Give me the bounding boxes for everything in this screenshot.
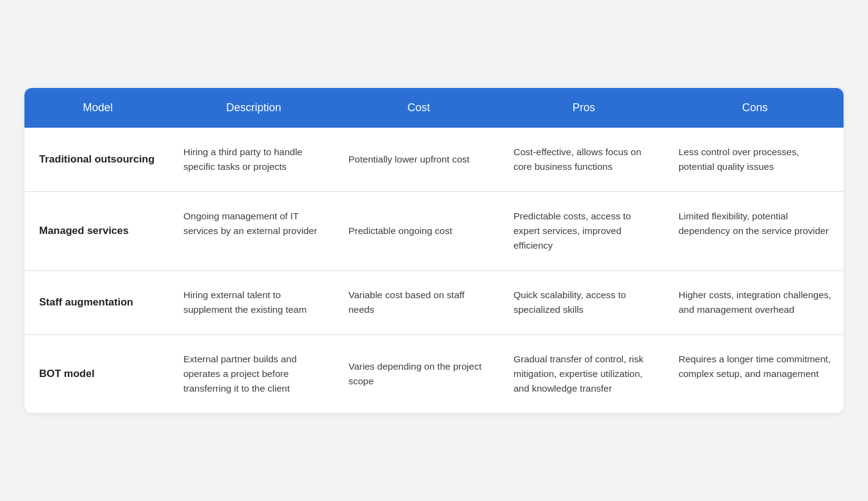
row-3-pros: Quick scalability, access to specialized… — [501, 288, 666, 317]
row-4-cons: Requires a longer time commitment, compl… — [666, 352, 844, 396]
row-4-model: BOT model — [24, 352, 171, 396]
row-1-cons: Less control over processes, potential q… — [666, 145, 844, 174]
row-3-cons: Higher costs, integration challenges, an… — [666, 288, 844, 317]
header-description: Description — [171, 88, 336, 128]
table-row: Managed services Ongoing management of I… — [24, 192, 844, 271]
row-2-model: Managed services — [24, 209, 171, 253]
row-3-description: Hiring external talent to supplement the… — [171, 288, 336, 317]
row-1-pros: Cost-effective, allows focus on core bus… — [501, 145, 666, 174]
table-row: Traditional outsourcing Hiring a third p… — [24, 128, 844, 192]
row-2-cons: Limited flexibility, potential dependenc… — [666, 209, 844, 253]
row-2-pros: Predictable costs, access to expert serv… — [501, 209, 666, 253]
header-cost: Cost — [336, 88, 501, 128]
row-3-model: Staff augmentation — [24, 288, 171, 317]
row-4-cost: Varies depending on the project scope — [336, 352, 501, 396]
row-3-cost: Variable cost based on staff needs — [336, 288, 501, 317]
table-header: Model Description Cost Pros Cons — [24, 88, 844, 128]
row-1-model: Traditional outsourcing — [24, 145, 171, 174]
row-1-description: Hiring a third party to handle specific … — [171, 145, 336, 174]
table-row: Staff augmentation Hiring external talen… — [24, 271, 844, 335]
header-pros: Pros — [501, 88, 666, 128]
row-4-pros: Gradual transfer of control, risk mitiga… — [501, 352, 666, 396]
row-2-description: Ongoing management of IT services by an … — [171, 209, 336, 253]
header-model: Model — [24, 88, 171, 128]
table-row: BOT model External partner builds and op… — [24, 335, 844, 413]
comparison-table: Model Description Cost Pros Cons Traditi… — [24, 88, 844, 413]
row-1-cost: Potentially lower upfront cost — [336, 145, 501, 174]
row-4-description: External partner builds and operates a p… — [171, 352, 336, 396]
header-cons: Cons — [666, 88, 844, 128]
table-body: Traditional outsourcing Hiring a third p… — [24, 128, 844, 413]
row-2-cost: Predictable ongoing cost — [336, 209, 501, 253]
